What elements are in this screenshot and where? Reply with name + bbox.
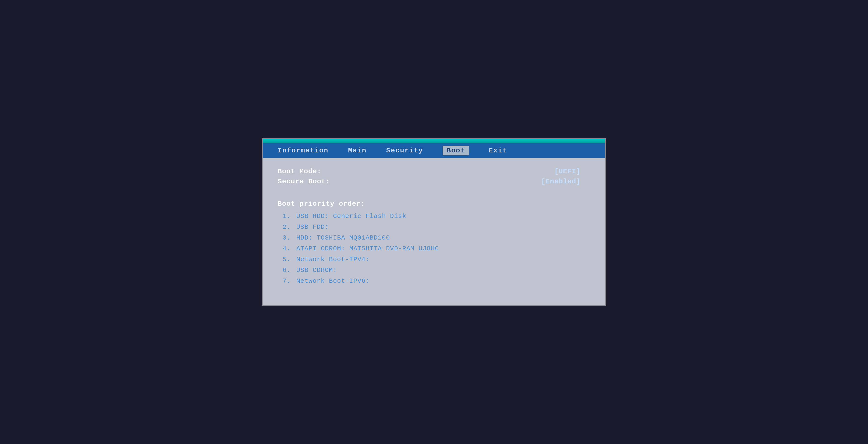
boot-priority-title: Boot priority order:: [278, 200, 590, 208]
secure-boot-value[interactable]: [Enabled]: [541, 178, 580, 185]
tab-boot[interactable]: Boot: [443, 146, 469, 155]
boot-item-4[interactable]: 4. ATAPI CDROM: MATSHITA DVD-RAM UJ8HC: [283, 245, 590, 252]
boot-item-4-num: 4.: [283, 245, 292, 252]
tab-security[interactable]: Security: [386, 147, 423, 154]
content-area: Boot Mode: [UEFI] Secure Boot: [Enabled]…: [263, 158, 605, 305]
boot-item-6[interactable]: 6. USB CDROM:: [283, 267, 590, 274]
boot-mode-label: Boot Mode:: [278, 168, 321, 175]
boot-priority-list: 1. USB HDD: Generic Flash Disk 2. USB FD…: [283, 212, 590, 285]
boot-mode-row: Boot Mode: [UEFI]: [278, 168, 590, 175]
nav-bar: Information Main Security Boot Exit: [263, 143, 605, 158]
secure-boot-row: Secure Boot: [Enabled]: [278, 178, 590, 185]
boot-item-6-num: 6.: [283, 267, 292, 274]
boot-item-3-num: 3.: [283, 234, 292, 241]
boot-item-3-device: HDD: TOSHIBA MQ01ABD100: [297, 234, 390, 241]
boot-item-3[interactable]: 3. HDD: TOSHIBA MQ01ABD100: [283, 234, 590, 241]
top-accent-bar: [263, 139, 605, 143]
boot-item-2[interactable]: 2. USB FDD:: [283, 224, 590, 231]
boot-item-7-device: Network Boot-IPV6:: [297, 277, 370, 285]
boot-item-1-num: 1.: [283, 212, 292, 220]
tab-main[interactable]: Main: [348, 147, 366, 154]
boot-item-7-num: 7.: [283, 277, 292, 285]
boot-item-2-num: 2.: [283, 224, 292, 231]
tab-information[interactable]: Information: [278, 147, 329, 154]
boot-item-5-device: Network Boot-IPV4:: [297, 256, 370, 263]
boot-item-5[interactable]: 5. Network Boot-IPV4:: [283, 256, 590, 263]
tab-exit[interactable]: Exit: [489, 147, 507, 154]
boot-item-1[interactable]: 1. USB HDD: Generic Flash Disk: [283, 212, 590, 220]
boot-item-6-device: USB CDROM:: [297, 267, 337, 274]
boot-item-1-device: USB HDD: Generic Flash Disk: [297, 212, 406, 220]
boot-item-4-device: ATAPI CDROM: MATSHITA DVD-RAM UJ8HC: [297, 245, 439, 252]
boot-item-5-num: 5.: [283, 256, 292, 263]
boot-mode-value[interactable]: [UEFI]: [554, 168, 581, 175]
secure-boot-label: Secure Boot:: [278, 178, 330, 185]
boot-item-2-device: USB FDD:: [297, 224, 329, 231]
boot-item-7[interactable]: 7. Network Boot-IPV6:: [283, 277, 590, 285]
bios-screen: Information Main Security Boot Exit Boot…: [262, 138, 606, 306]
